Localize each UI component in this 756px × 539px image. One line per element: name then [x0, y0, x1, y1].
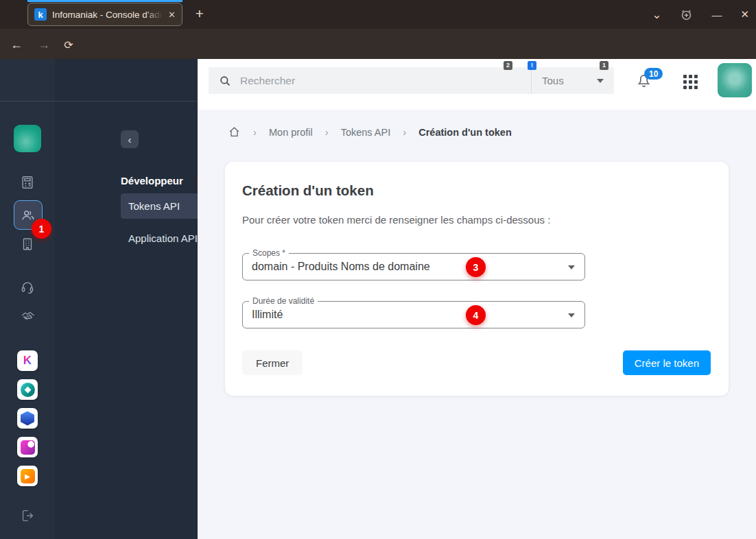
play-app-icon: ▶ — [21, 469, 35, 483]
alarm-icon[interactable] — [680, 8, 693, 21]
notification-count-badge: 10 — [644, 68, 663, 80]
shield-extension-badge: 2 — [504, 61, 512, 70]
scopes-value: domain - Produits Noms de domaine — [243, 254, 584, 280]
caret-down-icon — [597, 79, 604, 83]
search-bar[interactable]: Tous — [209, 67, 614, 94]
app-tile-ksuite[interactable]: K — [17, 350, 38, 371]
app-tile-vod[interactable]: ▶ — [17, 466, 38, 486]
new-tab-button[interactable]: + — [189, 3, 210, 25]
home-icon[interactable] — [228, 125, 241, 139]
scopes-select[interactable]: Scopes * domain - Produits Noms de domai… — [242, 253, 585, 280]
sidebar-divider — [0, 101, 198, 101]
key-extension-badge: ! — [528, 61, 536, 70]
cube-app-icon — [21, 411, 34, 426]
notifications-button[interactable]: 10 — [635, 71, 653, 89]
tab-title: Infomaniak - Console d'adm — [52, 10, 163, 20]
search-scope-label: Tous — [542, 75, 564, 86]
card-description: Pour créer votre token merci de renseign… — [242, 214, 550, 226]
collapse-sidebar-button[interactable]: ‹ — [121, 130, 139, 148]
support-headset-icon[interactable] — [20, 280, 35, 295]
minimize-window-button[interactable]: — — [711, 9, 722, 21]
browser-navbar: ← → ⟳ https://manager.infomaniak.com/v3/… — [0, 29, 756, 59]
organization-logo[interactable] — [14, 125, 41, 152]
ublock-extension-badge: 1 — [600, 61, 609, 70]
step-badge-1: 1 — [32, 219, 51, 239]
card-title: Création d'un token — [242, 182, 374, 199]
app-header: Tous 10 — [198, 59, 756, 110]
search-scope-dropdown[interactable]: Tous — [531, 67, 614, 94]
user-avatar[interactable] — [718, 63, 752, 97]
titlebar-controls: ⌄ — ✕ — [652, 0, 749, 29]
main-content: › Mon profil › Tokens API › Création d'u… — [198, 110, 756, 539]
browser-titlebar: k Infomaniak - Console d'adm ✕ + ⌄ — ✕ — [0, 0, 756, 29]
app-tile-teal-app[interactable] — [17, 379, 38, 400]
list-tabs-icon[interactable]: ⌄ — [652, 8, 661, 22]
validity-select[interactable]: Durée de validité Illimité 4 — [242, 301, 585, 328]
reload-button[interactable]: ⟳ — [60, 36, 77, 53]
icon-rail-sidebar: 1 K ▶ — [0, 59, 55, 539]
validity-label: Durée de validité — [249, 296, 318, 306]
caret-down-icon — [568, 265, 575, 270]
breadcrumb-separator-icon: › — [253, 126, 257, 138]
app-tile-kdrive[interactable] — [17, 408, 38, 429]
create-token-button[interactable]: Créer le token — [623, 350, 711, 375]
infomaniak-favicon-icon: k — [34, 8, 47, 21]
token-creation-card: Création d'un token Pour créer votre tok… — [225, 162, 729, 396]
app-tile-kmeet[interactable] — [17, 437, 38, 457]
close-button[interactable]: Fermer — [242, 350, 303, 375]
close-window-button[interactable]: ✕ — [740, 8, 749, 21]
handshake-icon[interactable] — [20, 309, 36, 324]
breadcrumb-item-mon-profil[interactable]: Mon profil — [269, 127, 313, 138]
breadcrumb: › Mon profil › Tokens API › Création d'u… — [228, 125, 512, 139]
logout-icon[interactable] — [20, 508, 35, 523]
breadcrumb-separator-icon: › — [403, 126, 406, 138]
ksuite-k-icon: K — [23, 354, 32, 368]
forward-button[interactable]: → — [36, 36, 52, 53]
organization-building-icon[interactable] — [20, 237, 35, 252]
apps-grid-icon[interactable] — [683, 75, 698, 89]
step-badge-4: 4 — [466, 305, 486, 325]
step-badge-3: 3 — [466, 257, 486, 277]
browser-tab[interactable]: k Infomaniak - Console d'adm ✕ — [27, 3, 182, 26]
teal-app-icon — [21, 383, 35, 397]
search-icon — [219, 75, 231, 87]
section-title: Développeur — [121, 175, 183, 187]
breadcrumb-separator-icon: › — [325, 126, 329, 138]
back-button[interactable]: ← — [8, 36, 25, 53]
active-tab-indicator — [27, 0, 182, 2]
secondary-sidebar: ‹ Développeur 2 Tokens API Application A… — [55, 59, 198, 539]
products-calculator-icon[interactable] — [20, 175, 35, 190]
breadcrumb-item-tokens-api[interactable]: Tokens API — [341, 127, 391, 138]
breadcrumb-item-current: Création d'un token — [418, 127, 512, 138]
pink-app-icon — [21, 440, 35, 455]
search-input[interactable] — [240, 75, 531, 87]
tab-close-icon[interactable]: ✕ — [168, 10, 176, 19]
caret-down-icon — [568, 313, 575, 318]
scopes-label: Scopes * — [249, 248, 289, 258]
